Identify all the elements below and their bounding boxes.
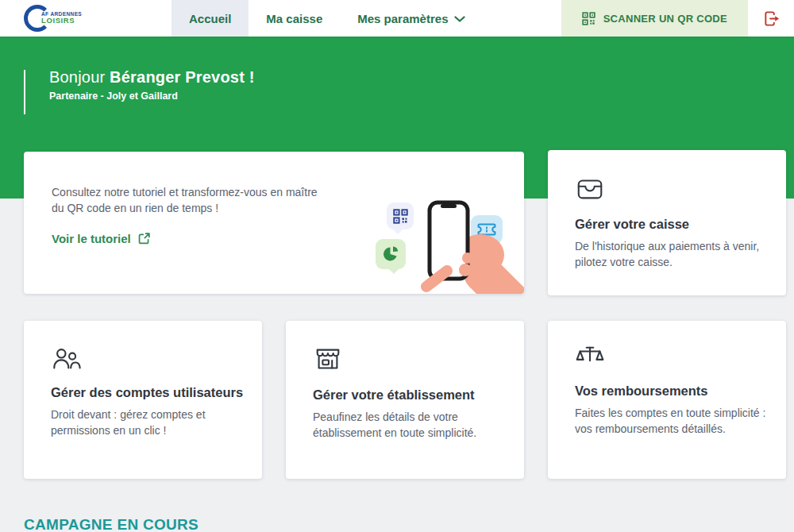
hand-holding-phone <box>407 198 524 294</box>
greeting-prefix: Bonjour <box>49 68 105 86</box>
tab-accueil[interactable]: Accueil <box>172 0 249 37</box>
pie-chart-icon <box>382 245 399 263</box>
page: AF ARDENNES LOISIRS Accueil Ma caisse Me… <box>0 0 794 532</box>
scales-icon <box>575 345 605 371</box>
card-comptes-content: Gérer des comptes utilisateurs Droit dev… <box>51 345 251 439</box>
scan-qr-button[interactable]: SCANNER UN QR CODE <box>561 0 748 37</box>
hero-text: Bonjour Béranger Prevost ! Partenaire - … <box>49 68 255 102</box>
card-etab-body: Peaufinez les détails de votre établisse… <box>313 409 521 441</box>
card-comptes-body: Droit devant : gérez comptes et permissi… <box>51 407 241 439</box>
tab-ma-caisse[interactable]: Ma caisse <box>249 0 340 37</box>
card-remb-content: Vos remboursements Faites les comptes en… <box>575 345 775 438</box>
card-demarrer[interactable]: Consultez notre tutoriel et transformez-… <box>24 152 524 294</box>
card-etab-title: Gérer votre établissement <box>313 387 513 403</box>
card-caisse-body: De l'historique aux paiements à venir, p… <box>575 238 775 271</box>
qr-code-icon <box>582 12 596 25</box>
tab-mes-parametres-label: Mes paramètres <box>357 12 448 25</box>
caf-loisirs-logo[interactable]: AF ARDENNES LOISIRS <box>24 0 151 37</box>
card-comptes-title: Gérer des comptes utilisateurs <box>51 385 251 400</box>
card-remb-title: Vos remboursements <box>575 384 775 399</box>
hero-accent-bar <box>24 70 25 114</box>
card-vos-remboursements[interactable]: Vos remboursements Faites les comptes en… <box>548 321 786 479</box>
tutorial-link[interactable]: Voir le tutoriel <box>52 232 151 245</box>
pie-chart-bubble <box>376 239 406 269</box>
greeting: Bonjour Béranger Prevost ! <box>49 68 255 87</box>
external-link-icon <box>137 232 151 245</box>
chevron-down-icon <box>454 16 465 22</box>
card-gerer-votre-caisse[interactable]: Gérer votre caisse De l'historique aux p… <box>548 150 786 295</box>
top-navbar: AF ARDENNES LOISIRS Accueil Ma caisse Me… <box>0 0 794 37</box>
card-caisse-content: Gérer votre caisse De l'historique aux p… <box>575 174 775 271</box>
card-etab-content: Gérer votre établissement Peaufinez les … <box>313 345 513 441</box>
storefront-icon <box>313 345 343 375</box>
logo-text-bottom: LOISIRS <box>41 17 82 25</box>
main-nav: Accueil Ma caisse Mes paramètres <box>172 0 483 37</box>
scan-qr-label: SCANNER UN QR CODE <box>603 13 727 25</box>
wallet-icon <box>575 174 605 204</box>
tab-mes-parametres[interactable]: Mes paramètres <box>340 0 483 37</box>
qr-code-icon <box>393 209 408 224</box>
card-caisse-title: Gérer votre caisse <box>575 217 775 232</box>
logo-text: AF ARDENNES LOISIRS <box>41 11 82 25</box>
card-gerer-etablissement[interactable]: Gérer votre établissement Peaufinez les … <box>286 321 524 479</box>
users-icon <box>51 345 81 372</box>
tutorial-link-label: Voir le tutoriel <box>52 232 131 245</box>
partner-subtitle: Partenaire - Joly et Gaillard <box>49 91 255 102</box>
phone-illustration <box>361 193 524 294</box>
card-demarrer-body: Consultez notre tutoriel et transformez-… <box>52 184 330 217</box>
card-demarrer-text: Consultez notre tutoriel et transformez-… <box>52 178 330 246</box>
logout-icon <box>763 10 780 27</box>
card-remb-body: Faites les comptes en toute simplicité :… <box>575 405 772 438</box>
campagne-section-title: CAMPAGNE EN COURS <box>24 516 198 532</box>
logout-button[interactable] <box>748 0 794 37</box>
user-name: Béranger Prevost ! <box>110 68 255 86</box>
card-comptes-utilisateurs[interactable]: Gérer des comptes utilisateurs Droit dev… <box>24 321 262 479</box>
